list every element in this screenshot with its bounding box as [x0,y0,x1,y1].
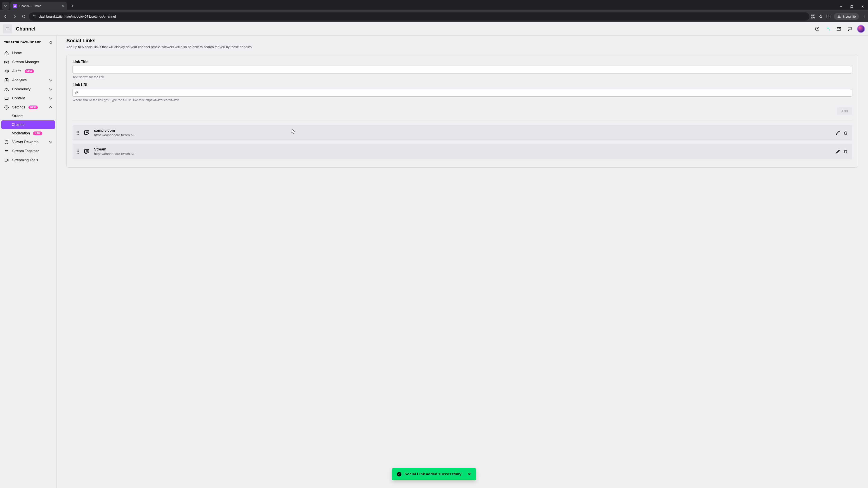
svg-point-4 [35,17,35,17]
incognito-indicator[interactable]: Incognito [834,13,859,20]
browser-menu-button[interactable] [862,14,866,19]
pencil-icon [836,131,840,135]
sidebar-item-label: Alerts [12,69,22,73]
browser-tab[interactable]: Channel - Twitch ✕ [10,2,67,10]
sidebar-item-content[interactable]: Content [1,94,55,103]
pencil-icon [836,149,840,154]
new-tab-button[interactable]: + [69,3,75,9]
browser-forward-button[interactable] [11,13,19,20]
panel-icon[interactable] [826,14,831,19]
toolbar-right: Incognito [811,13,866,20]
sidebar-item-home[interactable]: Home [1,48,55,58]
sidebar-item-stream-together[interactable]: Stream Together [1,147,55,156]
sidebar-item-label: Channel [12,123,25,127]
trash-icon [843,149,848,154]
user-avatar[interactable] [857,25,865,33]
svg-rect-8 [811,17,813,18]
tools-icon [4,158,9,162]
browser-titlebar: Channel - Twitch ✕ + [0,0,868,10]
browser-back-button[interactable] [2,13,9,20]
twitch-favicon [13,4,17,8]
sidebar-item-alerts[interactable]: Alerts NEW [1,67,55,76]
sidebar-item-community[interactable]: Community [1,85,55,94]
twitch-icon [83,129,90,136]
collapse-sidebar-button[interactable] [48,40,53,44]
sidebar-item-label: Streaming Tools [12,158,38,162]
delete-button[interactable] [843,149,848,154]
incognito-icon [837,14,841,19]
inbox-button[interactable] [835,26,842,32]
incognito-label: Incognito [843,15,856,18]
sidebar-item-stream[interactable]: Stream [1,112,55,121]
window-controls [835,3,868,10]
social-link-url: https://dashboard.twitch.tv/ [94,133,832,137]
link-url-label: Link URL [72,83,852,87]
sidebar-item-label: Stream [12,114,24,118]
sidebar-item-stream-manager[interactable]: Stream Manager [1,58,55,67]
analytics-icon [4,78,9,83]
site-settings-icon[interactable] [32,14,36,19]
toast-close-button[interactable]: ✕ [468,472,471,477]
svg-point-15 [864,17,865,18]
social-links-panel: Link Title Text shown for the link Link … [66,55,858,168]
social-link-url: https://dashboard.twitch.tv/ [94,152,832,156]
tab-search-button[interactable] [2,2,9,10]
svg-point-25 [5,88,6,89]
whispers-button[interactable] [846,26,853,32]
edit-button[interactable] [836,149,840,154]
toast-message: Social Link added successfully [405,472,461,477]
window-close-button[interactable] [857,3,868,10]
page-title: Channel [16,26,35,32]
new-badge: NEW [33,131,42,135]
edit-button[interactable] [836,131,840,135]
gear-icon [4,105,9,109]
help-button[interactable] [814,26,820,32]
sidebar-item-streaming-tools[interactable]: Streaming Tools [1,156,55,165]
sidebar-item-analytics[interactable]: Analytics [1,76,55,85]
sidebar-item-moderation[interactable]: Moderation NEW [1,129,55,138]
sidebar-item-label: Stream Together [12,149,39,153]
main-content: Social Links Add up to 5 social links th… [57,35,868,488]
chevron-down-icon [49,140,52,144]
menu-toggle-button[interactable] [3,24,12,33]
broadcast-icon [4,60,9,64]
drag-handle[interactable] [76,131,79,135]
address-bar[interactable]: dashboard.twitch.tv/u/moodjoy071/setting… [29,12,809,21]
browser-chrome: Channel - Twitch ✕ + dashboard.twitch.tv… [0,0,868,22]
sidebar-item-label: Content [12,96,25,100]
close-icon[interactable]: ✕ [61,4,64,8]
sparkle-button[interactable] [825,26,831,32]
toast-success: ✓ Social Link added successfully ✕ [392,468,476,480]
svg-point-32 [7,142,7,142]
sidebar-item-channel[interactable]: Channel [1,121,55,129]
sidebar: CREATOR DASHBOARD Home Stream Manager Al… [0,35,57,488]
home-icon [4,51,9,55]
drag-handle[interactable] [76,150,79,154]
svg-rect-10 [814,18,815,18]
link-title-help: Text shown for the link [72,75,852,79]
svg-point-20 [817,30,817,30]
sidebar-item-label: Stream Manager [12,60,39,64]
sidebar-item-settings[interactable]: Settings NEW [1,103,55,112]
hamburger-icon [5,27,10,31]
delete-button[interactable] [843,131,848,135]
link-url-input[interactable] [72,89,852,96]
bookmark-star-icon[interactable] [818,14,823,19]
svg-point-31 [6,142,6,142]
social-link-title: sample.com [94,129,832,133]
chevron-down-icon [49,97,52,100]
chevron-down-icon [49,78,52,82]
window-maximize-button[interactable] [846,3,857,10]
browser-reload-button[interactable] [20,13,28,20]
section-title: Social Links [66,38,858,43]
social-link-title: Stream [94,147,832,151]
link-title-input[interactable] [72,66,852,73]
svg-rect-36 [5,159,7,161]
sidebar-item-viewer-rewards[interactable]: Viewer Rewards [1,138,55,147]
chevron-up-icon [49,106,52,109]
qr-icon[interactable] [811,14,815,19]
add-button[interactable]: Add [837,107,852,115]
window-minimize-button[interactable] [835,3,846,10]
sidebar-heading: CREATOR DASHBOARD [4,40,41,44]
help-icon [815,26,819,31]
